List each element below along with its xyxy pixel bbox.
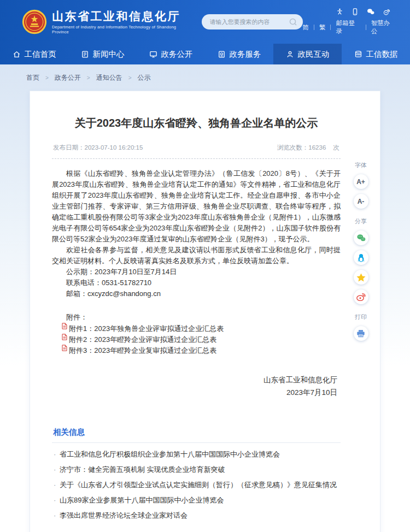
mail-login-link[interactable]: 邮箱登录 [336,19,360,36]
pdf-icon [62,345,67,351]
breadcrumb-separator: > [45,75,49,81]
related-info-section: 相关信息 省工业和信息化厅积极组织企业参加第十八届中国国际中小企业博览会济宁市：… [52,427,341,523]
pdf-icon [62,334,67,340]
divider [330,25,331,30]
nav-label: 政民互动 [298,49,330,60]
article-title: 关于2023年度山东省瞪羚、独角兽企业名单的公示 [52,115,341,131]
attachment-link[interactable]: 附件2：2023年瞪羚企业评审拟通过企业汇总表 [52,334,341,345]
article-card: 字体 A+ A- 分享 打印 关于2023年度山东省瞪羚、独角兽企业名单的公示 [30,91,380,532]
home-icon [13,50,21,58]
print-label: 打印 [355,313,367,321]
wechat-share-icon[interactable] [354,230,368,245]
font-increase-button[interactable]: A+ [354,174,368,189]
breadcrumb-home[interactable]: 首页 [26,73,39,82]
view-count: 浏览次数：16236 次 [277,144,339,152]
nav-item-services[interactable]: 政务服务 [205,44,273,64]
related-info-list: 省工业和信息化厅积极组织企业参加第十八届中国国际中小企业博览会济宁市：健全完善五… [52,446,341,523]
related-info-heading: 相关信息 [53,427,341,438]
related-info-link[interactable]: 山东89家企业参展第十八届中国国际中小企业博览会 [52,492,341,507]
monitor-icon [149,50,157,58]
signature-date: 2023年7月10日 [52,386,337,399]
qq-share-icon[interactable] [354,250,368,265]
signature-block: 山东省工业和信息化厅 2023年7月10日 [52,374,337,399]
attachments-list: 附件1：2023年独角兽企业评审拟通过企业汇总表 附件2：2023年瞪羚企业评审… [52,323,341,356]
wechat-icon[interactable] [367,8,374,15]
main-nav: 工信首页 新闻中心 政务公开 政务服务 政民互动 工信数据 [0,44,410,64]
service-icon [218,50,226,58]
attachment-title: 附件1：2023年独角兽企业评审拟通过企业汇总表 [69,325,224,333]
info-line: 邮箱：cxcyzdc@shandong.cn [52,288,341,299]
site-logo[interactable]: 山东省工业和信息化厅 Department of Industry and In… [22,9,193,34]
accessibility-icon[interactable] [336,8,343,15]
database-icon [354,50,362,58]
traditional-link[interactable]: 繁 [319,23,326,32]
view-count-unit: 次 [333,144,340,151]
nav-label: 工信首页 [25,49,56,60]
info-line: 联系电话：0531-51782710 [52,277,341,288]
news-icon [81,50,89,58]
side-toolbar: 字体 A+ A- 分享 打印 [349,161,373,341]
interaction-icon [286,50,294,58]
site-header: 山东省工业和信息化厅 Department of Industry and In… [0,0,410,64]
nav-item-interaction[interactable]: 政民互动 [273,44,342,64]
breadcrumb-public-affairs[interactable]: 政务公开 [55,73,81,82]
weibo-icon[interactable] [383,8,390,15]
breadcrumb-separator: > [128,75,132,81]
related-info-link[interactable]: 关于《山东省人才引领型企业试点认定实施细则（暂行）（征求意见稿）》意见征集情况 [52,477,341,492]
related-info-link[interactable]: 李强出席世界经济论坛全球企业家对话会 [52,507,341,523]
breadcrumb: 首页 > 政务公开 > 通知公告 > 公示 [0,64,410,91]
breadcrumb-notices[interactable]: 通知公告 [96,73,122,82]
nav-item-data[interactable]: 工信数据 [342,44,410,64]
share-label: 分享 [355,217,367,226]
qzone-share-icon[interactable] [354,270,368,285]
related-info-link[interactable]: 省工业和信息化厅积极组织企业参加第十八届中国国际中小企业博览会 [52,446,341,462]
search-icon[interactable] [289,17,297,26]
article-meta: 发布日期：2023-07-10 16:20:15 浏览次数：16236 次 [52,144,341,159]
divider [52,442,341,443]
breadcrumb-separator: > [87,75,90,81]
article-body: 根据《山东省瞪羚、独角兽企业认定管理办法》（鲁工信发〔2020〕8号）、《关于开… [52,168,341,267]
view-count-label: 浏览次数： [277,144,309,151]
nav-label: 政务服务 [230,49,261,60]
divider [366,25,366,30]
font-size-label: 字体 [355,161,367,169]
smart-office-link[interactable]: 智慧办公 [371,19,396,36]
divider [314,25,314,30]
site-subtitle: Department of Industry and Information T… [52,25,193,34]
attachments-label: 附件： [52,312,341,322]
mobile-icon[interactable] [352,8,359,15]
breadcrumb-announcement[interactable]: 公示 [138,73,151,82]
nav-label: 新闻中心 [93,49,125,60]
nav-item-public-affairs[interactable]: 政务公开 [137,44,205,64]
attachment-link[interactable]: 附件3：2023年瞪羚企业复审拟通过企业汇总表 [52,345,341,356]
simplified-link[interactable]: 简 [303,23,309,32]
publish-date: 发布日期：2023-07-10 16:20:15 [53,144,143,152]
search-box [202,14,303,29]
info-line: 公示期：2023年7月10日至7月14日 [52,267,341,277]
attachment-link[interactable]: 附件1：2023年独角兽企业评审拟通过企业汇总表 [52,323,341,334]
view-count-value: 16236 [308,144,326,151]
nav-label: 工信数据 [366,49,398,60]
nav-item-home[interactable]: 工信首页 [0,44,68,64]
printer-icon[interactable] [354,326,368,341]
weibo-share-icon[interactable] [354,289,368,304]
site-title: 山东省工业和信息化厅 [52,10,193,23]
national-emblem-icon [22,9,47,34]
nav-item-news[interactable]: 新闻中心 [68,44,137,64]
font-decrease-button[interactable]: A- [354,194,368,209]
contact-info: 公示期：2023年7月10日至7月14日联系电话：0531-51782710邮箱… [52,267,341,299]
nav-label: 政务公开 [161,49,193,60]
search-input[interactable] [209,18,289,26]
article-paragraph: 根据《山东省瞪羚、独角兽企业认定管理办法》（鲁工信发〔2020〕8号）、《关于开… [52,168,341,245]
pdf-icon [62,323,67,329]
attachments-block: 附件： 附件1：2023年独角兽企业评审拟通过企业汇总表 [52,312,341,356]
article-paragraph: 欢迎社会各界参与监督，相关意见及建议请以书面形式反馈省工业和信息化厅，同时提交相… [52,245,341,267]
attachment-title: 附件2：2023年瞪羚企业评审拟通过企业汇总表 [69,336,216,344]
signature-org: 山东省工业和信息化厅 [52,374,337,386]
attachment-title: 附件3：2023年瞪羚企业复审拟通过企业汇总表 [69,347,216,354]
related-info-link[interactable]: 济宁市：健全完善五项机制 实现优质企业培育新突破 [52,462,341,477]
